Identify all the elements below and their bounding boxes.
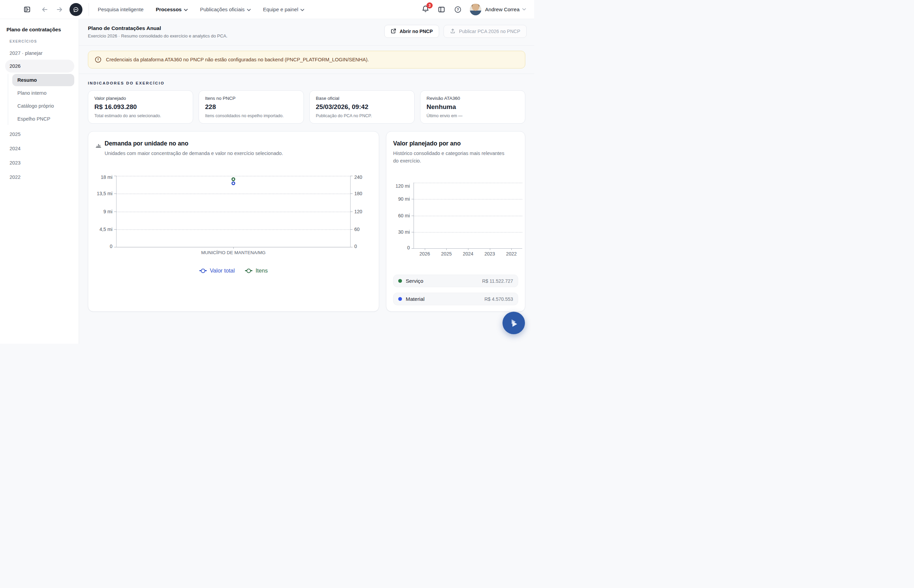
sidebar-item-plano-interno[interactable]: Plano interno <box>12 87 74 99</box>
demand-chart-card: Demanda por unidade no ano Unidades com … <box>88 131 379 312</box>
alert-icon <box>95 56 102 63</box>
button-label: Abrir no PNCP <box>400 29 433 34</box>
notification-badge: 3 <box>426 2 433 8</box>
sidebar-item-resumo[interactable]: Resumo <box>12 74 74 86</box>
legend-label: Itens <box>255 267 268 274</box>
y-axis-tick: 60 mi <box>398 213 410 218</box>
bell-icon <box>421 8 430 14</box>
legend-valor-total[interactable]: Valor total <box>199 267 235 274</box>
y-axis-tick: 0 <box>110 244 112 249</box>
sidebar-item-2024[interactable]: 2024 <box>5 142 74 155</box>
topbar-divider <box>89 3 89 16</box>
nav-publicacoes-oficiais[interactable]: Publicações oficiais <box>200 6 251 12</box>
chevron-down-icon <box>300 6 304 12</box>
sidebar-title: Plano de contratações <box>5 27 74 32</box>
sidebar-toggle-icon[interactable] <box>23 5 31 14</box>
chart-legend: Valor total Itens <box>88 267 379 274</box>
y-axis-tick: 0 <box>407 245 410 250</box>
nav-processos[interactable]: Processos <box>156 6 188 12</box>
nav-equipe-e-painel[interactable]: Equipe e painel <box>263 6 304 12</box>
data-point-itens <box>232 178 236 181</box>
card-revisao-ata360: Revisão ATA360 Nenhuma Último envio em — <box>420 90 525 124</box>
card-base-oficial: Base oficial 25/03/2026, 09:42 Publicaçã… <box>309 90 415 124</box>
sidebar-item-catalogo-proprio[interactable]: Catálogo próprio <box>12 100 74 112</box>
user-name[interactable]: Andrew Correa <box>485 6 520 12</box>
y2-axis-tick: 180 <box>354 191 362 196</box>
card-value: 228 <box>205 103 297 111</box>
legend-marker-icon <box>245 269 252 273</box>
y2-axis-tick: 60 <box>354 226 360 232</box>
category-name: Material <box>406 296 425 302</box>
open-pncp-button[interactable]: Abrir no PNCP <box>384 25 439 38</box>
user-menu-chevron-icon[interactable] <box>522 8 526 11</box>
back-icon[interactable] <box>40 5 49 14</box>
main-nav: Pesquisa inteligente Processos Publicaçõ… <box>98 6 304 12</box>
category-legend-rows: Serviço R$ 11.522.727 Material R$ 4.570.… <box>393 275 518 305</box>
notifications-button[interactable]: 3 <box>421 5 430 14</box>
sidebar-item-espelho-pncp[interactable]: Espelho PNCP <box>12 113 74 125</box>
columns-icon[interactable] <box>437 5 446 14</box>
chart-title: Valor planejado por ano <box>393 140 518 147</box>
y-axis-tick: 4,5 mi <box>100 226 112 232</box>
sidebar-item-2026[interactable]: 2026 <box>5 60 74 73</box>
banner-section: Credenciais da plataforma ATA360 no PNCP… <box>79 46 534 74</box>
forward-icon[interactable] <box>55 5 64 14</box>
fast-forward-icon <box>509 318 519 328</box>
legend-row-servico: Serviço R$ 11.522.727 <box>393 275 518 287</box>
y-axis-tick: 9 mi <box>103 209 112 214</box>
nav-label: Publicações oficiais <box>200 6 245 12</box>
button-label: Publicar PCA 2026 no PNCP <box>459 29 520 34</box>
page-header: Plano de Contratações Anual Exercício 20… <box>79 19 534 46</box>
external-link-icon <box>391 28 396 35</box>
nav-label: Pesquisa inteligente <box>98 6 144 12</box>
sidebar-item-2025[interactable]: 2025 <box>5 128 74 141</box>
help-icon[interactable]: ? <box>454 5 462 14</box>
card-subtext: Último envio em — <box>426 113 519 118</box>
card-subtext: Publicação do PCA no PNCP. <box>316 113 408 118</box>
user-avatar[interactable] <box>470 4 481 15</box>
x-axis-year: 2023 <box>479 248 501 257</box>
chart-header: Demanda por unidade no ano Unidades com … <box>88 131 379 157</box>
assistant-fab[interactable] <box>502 312 525 334</box>
sidebar: Plano de contratações EXERCÍCIOS 2027 · … <box>0 19 79 344</box>
x-axis-category: MUNICÍPIO DE MANTENA/MG <box>116 247 350 255</box>
topbar: Pesquisa inteligente Processos Publicaçõ… <box>0 0 534 19</box>
main-content: Plano de Contratações Anual Exercício 20… <box>79 19 534 344</box>
header-actions: Abrir no PNCP Publicar PCA 2026 no PNCP <box>384 25 526 38</box>
sidebar-item-2027[interactable]: 2027 · planejar <box>5 47 74 60</box>
sidebar-item-2023[interactable]: 2023 <box>5 157 74 169</box>
category-value: R$ 4.570.553 <box>484 296 513 302</box>
sidebar-item-2022[interactable]: 2022 <box>5 171 74 184</box>
card-label: Itens no PNCP <box>205 96 297 101</box>
card-valor-planejado: Valor planejado R$ 16.093.280 Total esti… <box>88 90 193 124</box>
warning-text: Credenciais da plataforma ATA360 no PNCP… <box>106 57 369 62</box>
chart-subtitle: Histórico consolidado e categorias mais … <box>393 150 505 165</box>
x-axis-year: 2024 <box>457 248 479 257</box>
card-value: 25/03/2026, 09:42 <box>316 103 408 111</box>
category-value: R$ 11.522.727 <box>482 278 513 284</box>
legend-itens[interactable]: Itens <box>245 267 268 274</box>
chat-icon[interactable] <box>69 3 82 16</box>
charts-row: Demanda por unidade no ano Unidades com … <box>88 131 525 312</box>
publish-pca-button[interactable]: Publicar PCA 2026 no PNCP <box>444 25 526 38</box>
card-subtext: Total estimado do ano selecionado. <box>94 113 187 118</box>
chart-title: Demanda por unidade no ano <box>105 140 283 147</box>
nav-pesquisa-inteligente[interactable]: Pesquisa inteligente <box>98 6 144 12</box>
x-axis-year: 2025 <box>436 248 457 257</box>
card-label: Valor planejado <box>94 96 187 101</box>
yearly-chart-plot: 120 mi 90 mi 60 mi 30 mi 0 2026 2025 202… <box>413 183 522 249</box>
chart-subtitle: Unidades com maior concentração de deman… <box>105 150 283 157</box>
indicator-cards: Valor planejado R$ 16.093.280 Total esti… <box>88 90 525 124</box>
demand-chart-plot: 18 mi 13,5 mi 9 mi 4,5 mi 0 240 180 120 … <box>116 176 350 247</box>
card-label: Revisão ATA360 <box>426 96 519 101</box>
card-label: Base oficial <box>316 96 408 101</box>
legend-label: Valor total <box>210 267 235 274</box>
sidebar-2026-subtree: Resumo Plano interno Catálogo próprio Es… <box>8 74 74 125</box>
x-axis-year: 2022 <box>501 248 522 257</box>
chevron-down-icon <box>247 6 251 12</box>
nav-label: Processos <box>156 6 182 12</box>
y-axis-tick: 13,5 mi <box>97 191 112 196</box>
legend-row-material: Material R$ 4.570.553 <box>393 292 518 305</box>
indicators-section: INDICADORES DO EXERCÍCIO Valor planejado… <box>79 74 534 124</box>
y2-axis-tick: 240 <box>354 174 362 180</box>
